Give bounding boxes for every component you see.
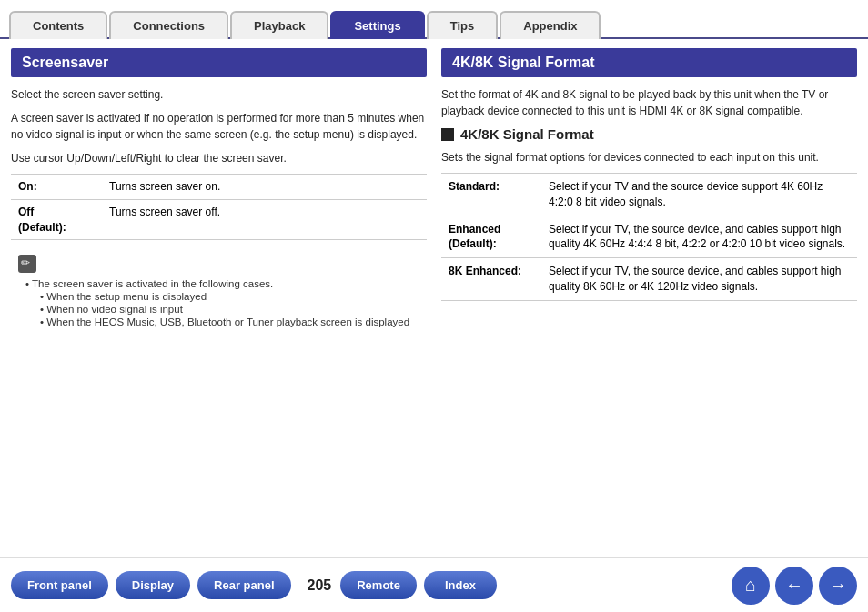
- back-button[interactable]: ←: [775, 567, 813, 605]
- option-on-label: On:: [11, 175, 102, 200]
- display-button[interactable]: Display: [116, 571, 190, 599]
- subsection-desc: Sets the signal format options for devic…: [441, 149, 857, 166]
- front-panel-button[interactable]: Front panel: [11, 571, 108, 599]
- page-number: 205: [308, 577, 332, 594]
- screensaver-desc1: Select the screen saver setting.: [11, 86, 427, 103]
- forward-button[interactable]: →: [819, 567, 857, 605]
- signal-format-desc: Set the format of 4K and 8K signal to be…: [441, 86, 857, 119]
- enhanced-desc: Select if your TV, the source device, an…: [541, 216, 857, 258]
- tab-settings[interactable]: Settings: [330, 11, 424, 39]
- screensaver-header: Screensaver: [11, 48, 427, 77]
- screensaver-table: On: Turns screen saver on. Off(Default):…: [11, 174, 427, 240]
- note-intro: The screen saver is activated in the fol…: [25, 278, 419, 289]
- top-nav: Contents Connections Playback Settings T…: [0, 0, 868, 39]
- table-row: On: Turns screen saver on.: [11, 175, 427, 200]
- table-row: 8K Enhanced: Select if your TV, the sour…: [441, 258, 857, 301]
- index-button[interactable]: Index: [424, 571, 497, 599]
- tab-contents[interactable]: Contents: [9, 11, 107, 39]
- table-row: Enhanced(Default): Select if your TV, th…: [441, 216, 857, 258]
- table-row: Standard: Select if your TV and the sour…: [441, 174, 857, 216]
- tab-tips[interactable]: Tips: [427, 11, 499, 39]
- option-off-label: Off(Default):: [11, 199, 102, 240]
- pencil-icon: [18, 255, 36, 273]
- screensaver-desc3: Use cursor Up/Down/Left/Right to clear t…: [11, 150, 427, 166]
- option-on-desc: Turns screen saver on.: [102, 175, 427, 200]
- signal-format-header: 4K/8K Signal Format: [441, 48, 857, 77]
- standard-label: Standard:: [441, 174, 541, 216]
- option-off-desc: Turns screen saver off.: [102, 199, 427, 240]
- note-bullet-3: When the HEOS Music, USB, Bluetooth or T…: [40, 316, 419, 327]
- note-list: The screen saver is activated in the fol…: [18, 278, 419, 327]
- tab-playback[interactable]: Playback: [230, 11, 328, 39]
- screensaver-desc2: A screen saver is activated if no operat…: [11, 110, 427, 143]
- note-bullet-2: When no video signal is input: [40, 304, 419, 315]
- signal-table: Standard: Select if your TV and the sour…: [441, 173, 857, 301]
- signal-format-subsection: 4K/8K Signal Format: [441, 126, 857, 142]
- note-box: The screen saver is activated in the fol…: [11, 249, 427, 335]
- enhanced-label: Enhanced(Default):: [441, 216, 541, 258]
- note-bullet-1: When the setup menu is displayed: [40, 291, 419, 302]
- tab-connections[interactable]: Connections: [109, 11, 228, 39]
- home-button[interactable]: ⌂: [732, 567, 770, 605]
- rear-panel-button[interactable]: Rear panel: [197, 571, 290, 599]
- tab-appendix[interactable]: Appendix: [500, 11, 601, 39]
- standard-desc: Select if your TV and the source device …: [541, 174, 857, 216]
- bottom-bar: Front panel Display Rear panel 205 Remot…: [0, 557, 868, 612]
- left-panel: Screensaver Select the screen saver sett…: [11, 48, 427, 335]
- table-row: Off(Default): Turns screen saver off.: [11, 199, 427, 240]
- main-content: Screensaver Select the screen saver sett…: [0, 39, 868, 344]
- note-sub-list: When the setup menu is displayed When no…: [25, 291, 419, 327]
- 8k-enhanced-label: 8K Enhanced:: [441, 258, 541, 301]
- remote-button[interactable]: Remote: [340, 571, 417, 599]
- subsection-label: 4K/8K Signal Format: [460, 126, 594, 142]
- right-panel: 4K/8K Signal Format Set the format of 4K…: [441, 48, 857, 335]
- 8k-enhanced-desc: Select if your TV, the source device, an…: [541, 258, 857, 301]
